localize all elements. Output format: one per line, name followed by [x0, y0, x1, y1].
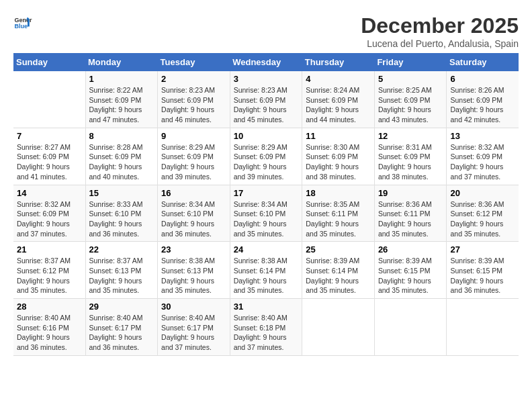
day-number: 5	[378, 74, 443, 84]
calendar-body: 1Sunrise: 8:22 AM Sunset: 6:09 PM Daylig…	[13, 71, 519, 355]
calendar-table: SundayMondayTuesdayWednesdayThursdayFrid…	[13, 53, 519, 356]
day-info: Sunrise: 8:38 AM Sunset: 6:13 PM Dayligh…	[161, 256, 226, 295]
calendar-cell: 10Sunrise: 8:29 AM Sunset: 6:09 PM Dayli…	[230, 128, 302, 185]
calendar-cell: 15Sunrise: 8:33 AM Sunset: 6:10 PM Dayli…	[85, 185, 158, 242]
calendar-cell: 4Sunrise: 8:24 AM Sunset: 6:09 PM Daylig…	[302, 71, 375, 128]
calendar-cell: 9Sunrise: 8:29 AM Sunset: 6:09 PM Daylig…	[158, 128, 230, 185]
calendar-cell: 6Sunrise: 8:26 AM Sunset: 6:09 PM Daylig…	[447, 71, 519, 128]
day-number: 20	[450, 188, 515, 198]
day-info: Sunrise: 8:34 AM Sunset: 6:10 PM Dayligh…	[234, 199, 299, 239]
header-row: SundayMondayTuesdayWednesdayThursdayFrid…	[13, 53, 519, 71]
day-info: Sunrise: 8:27 AM Sunset: 6:09 PM Dayligh…	[17, 142, 82, 182]
day-number: 15	[89, 188, 154, 198]
calendar-cell: 8Sunrise: 8:28 AM Sunset: 6:09 PM Daylig…	[85, 128, 158, 185]
calendar-cell	[302, 299, 375, 356]
day-info: Sunrise: 8:40 AM Sunset: 6:17 PM Dayligh…	[89, 313, 154, 353]
day-number: 27	[450, 244, 515, 255]
logo: General Blue	[13, 13, 32, 32]
header-cell-friday: Friday	[374, 53, 447, 71]
day-number: 26	[378, 244, 443, 255]
day-number: 6	[450, 74, 515, 84]
header-cell-saturday: Saturday	[447, 53, 519, 71]
day-info: Sunrise: 8:22 AM Sunset: 6:09 PM Dayligh…	[89, 85, 154, 125]
day-number: 24	[234, 244, 299, 255]
calendar-cell: 18Sunrise: 8:35 AM Sunset: 6:11 PM Dayli…	[302, 185, 375, 242]
day-number: 22	[89, 244, 154, 255]
calendar-cell: 12Sunrise: 8:31 AM Sunset: 6:09 PM Dayli…	[374, 128, 447, 185]
day-number: 29	[89, 302, 154, 312]
day-info: Sunrise: 8:40 AM Sunset: 6:17 PM Dayligh…	[161, 313, 226, 353]
svg-text:General: General	[14, 17, 32, 24]
week-row-1: 1Sunrise: 8:22 AM Sunset: 6:09 PM Daylig…	[13, 71, 519, 128]
day-info: Sunrise: 8:26 AM Sunset: 6:09 PM Dayligh…	[450, 85, 515, 125]
calendar-cell: 21Sunrise: 8:37 AM Sunset: 6:12 PM Dayli…	[13, 242, 85, 299]
day-info: Sunrise: 8:39 AM Sunset: 6:15 PM Dayligh…	[450, 256, 515, 295]
calendar-cell: 19Sunrise: 8:36 AM Sunset: 6:11 PM Dayli…	[374, 185, 447, 242]
day-number: 18	[306, 188, 371, 198]
day-number: 11	[306, 131, 371, 141]
week-row-3: 14Sunrise: 8:32 AM Sunset: 6:09 PM Dayli…	[13, 185, 519, 242]
calendar-cell: 30Sunrise: 8:40 AM Sunset: 6:17 PM Dayli…	[158, 299, 230, 356]
calendar-cell: 26Sunrise: 8:39 AM Sunset: 6:15 PM Dayli…	[374, 242, 447, 299]
day-info: Sunrise: 8:37 AM Sunset: 6:12 PM Dayligh…	[17, 256, 82, 295]
day-number: 4	[306, 74, 371, 84]
calendar-cell: 20Sunrise: 8:36 AM Sunset: 6:12 PM Dayli…	[447, 185, 519, 242]
calendar-cell: 7Sunrise: 8:27 AM Sunset: 6:09 PM Daylig…	[13, 128, 85, 185]
day-info: Sunrise: 8:36 AM Sunset: 6:12 PM Dayligh…	[450, 199, 515, 239]
day-number: 2	[161, 74, 226, 84]
day-info: Sunrise: 8:23 AM Sunset: 6:09 PM Dayligh…	[161, 85, 226, 125]
day-info: Sunrise: 8:31 AM Sunset: 6:09 PM Dayligh…	[378, 142, 443, 182]
day-info: Sunrise: 8:30 AM Sunset: 6:09 PM Dayligh…	[306, 142, 371, 182]
day-number: 25	[306, 244, 371, 255]
week-row-2: 7Sunrise: 8:27 AM Sunset: 6:09 PM Daylig…	[13, 128, 519, 185]
day-number: 9	[161, 131, 226, 141]
day-info: Sunrise: 8:29 AM Sunset: 6:09 PM Dayligh…	[161, 142, 226, 182]
calendar-cell: 17Sunrise: 8:34 AM Sunset: 6:10 PM Dayli…	[230, 185, 302, 242]
day-number: 21	[17, 244, 82, 255]
day-info: Sunrise: 8:25 AM Sunset: 6:09 PM Dayligh…	[378, 85, 443, 125]
calendar-cell	[13, 71, 85, 128]
header-cell-monday: Monday	[85, 53, 158, 71]
day-number: 12	[378, 131, 443, 141]
day-info: Sunrise: 8:39 AM Sunset: 6:15 PM Dayligh…	[378, 256, 443, 295]
day-number: 28	[17, 302, 82, 312]
week-row-5: 28Sunrise: 8:40 AM Sunset: 6:16 PM Dayli…	[13, 299, 519, 356]
day-number: 7	[17, 131, 82, 141]
calendar-cell: 25Sunrise: 8:39 AM Sunset: 6:14 PM Dayli…	[302, 242, 375, 299]
day-info: Sunrise: 8:40 AM Sunset: 6:18 PM Dayligh…	[234, 313, 299, 353]
calendar-cell: 1Sunrise: 8:22 AM Sunset: 6:09 PM Daylig…	[85, 71, 158, 128]
header-cell-wednesday: Wednesday	[230, 53, 302, 71]
calendar-cell	[447, 299, 519, 356]
day-number: 10	[234, 131, 299, 141]
header-cell-sunday: Sunday	[13, 53, 85, 71]
calendar-cell	[374, 299, 447, 356]
svg-text:Blue: Blue	[14, 23, 28, 30]
day-number: 23	[161, 244, 226, 255]
day-number: 16	[161, 188, 226, 198]
calendar-cell: 28Sunrise: 8:40 AM Sunset: 6:16 PM Dayli…	[13, 299, 85, 356]
day-number: 1	[89, 74, 154, 84]
day-info: Sunrise: 8:24 AM Sunset: 6:09 PM Dayligh…	[306, 85, 371, 125]
calendar-cell: 3Sunrise: 8:23 AM Sunset: 6:09 PM Daylig…	[230, 71, 302, 128]
day-info: Sunrise: 8:32 AM Sunset: 6:09 PM Dayligh…	[450, 142, 515, 182]
calendar-cell: 5Sunrise: 8:25 AM Sunset: 6:09 PM Daylig…	[374, 71, 447, 128]
day-info: Sunrise: 8:29 AM Sunset: 6:09 PM Dayligh…	[234, 142, 299, 182]
day-number: 17	[234, 188, 299, 198]
day-info: Sunrise: 8:38 AM Sunset: 6:14 PM Dayligh…	[234, 256, 299, 295]
calendar-cell: 11Sunrise: 8:30 AM Sunset: 6:09 PM Dayli…	[302, 128, 375, 185]
page-subtitle: Lucena del Puerto, Andalusia, Spain	[361, 38, 519, 49]
day-info: Sunrise: 8:39 AM Sunset: 6:14 PM Dayligh…	[306, 256, 371, 295]
day-number: 31	[234, 302, 299, 312]
day-number: 14	[17, 188, 82, 198]
calendar-cell: 27Sunrise: 8:39 AM Sunset: 6:15 PM Dayli…	[447, 242, 519, 299]
calendar-cell: 23Sunrise: 8:38 AM Sunset: 6:13 PM Dayli…	[158, 242, 230, 299]
calendar-cell: 2Sunrise: 8:23 AM Sunset: 6:09 PM Daylig…	[158, 71, 230, 128]
title-section: December 2025 Lucena del Puerto, Andalus…	[361, 13, 519, 49]
calendar-cell: 22Sunrise: 8:37 AM Sunset: 6:13 PM Dayli…	[85, 242, 158, 299]
day-number: 3	[234, 74, 299, 84]
day-number: 30	[161, 302, 226, 312]
calendar-cell: 24Sunrise: 8:38 AM Sunset: 6:14 PM Dayli…	[230, 242, 302, 299]
calendar-cell: 13Sunrise: 8:32 AM Sunset: 6:09 PM Dayli…	[447, 128, 519, 185]
calendar-cell: 29Sunrise: 8:40 AM Sunset: 6:17 PM Dayli…	[85, 299, 158, 356]
header-cell-thursday: Thursday	[302, 53, 375, 71]
